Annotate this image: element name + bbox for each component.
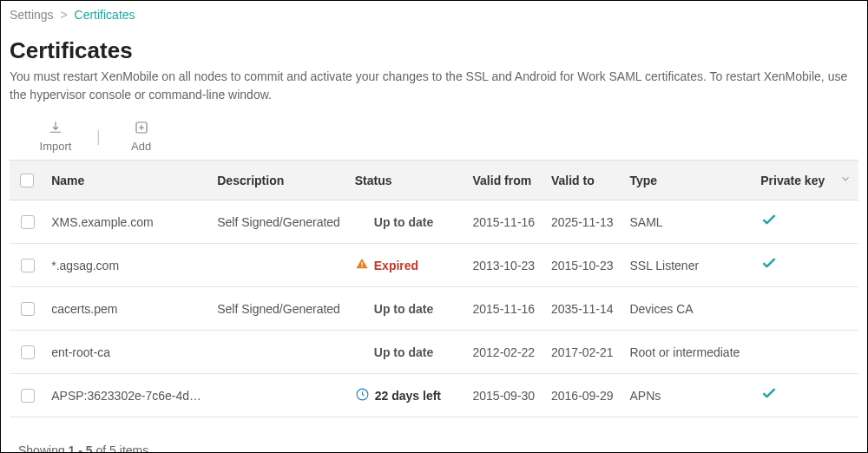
cell-type: Root or intermediate xyxy=(622,331,753,374)
select-all-checkbox[interactable] xyxy=(20,174,34,187)
row-checkbox[interactable] xyxy=(21,215,35,229)
status-text: Up to date xyxy=(374,215,433,229)
cell-status: Up to date xyxy=(348,287,466,331)
table-row[interactable]: ent-root-caUp to date2012-02-222017-02-2… xyxy=(10,331,858,374)
header-status[interactable]: Status xyxy=(348,161,466,200)
cell-name: *.agsag.com xyxy=(44,244,210,287)
cell-type: Devices CA xyxy=(622,287,753,331)
cell-valid-to: 2035-11-14 xyxy=(544,287,622,331)
page-subtitle: You must restart XenMobile on all nodes … xyxy=(10,68,858,104)
svg-rect-1 xyxy=(361,262,362,265)
page-title: Certificates xyxy=(10,37,858,64)
cell-valid-to: 2016-09-29 xyxy=(544,374,622,417)
row-checkbox[interactable] xyxy=(21,259,35,272)
cell-description xyxy=(210,244,348,287)
checkmark-icon xyxy=(760,214,778,232)
clock-icon xyxy=(355,387,370,404)
cell-private-key xyxy=(753,374,832,417)
breadcrumb-separator: > xyxy=(60,8,67,22)
import-label: Import xyxy=(40,140,72,153)
cell-status: Up to date xyxy=(348,331,466,374)
breadcrumb: Settings > Certificates xyxy=(10,8,858,22)
add-label: Add xyxy=(131,140,151,153)
header-valid-to[interactable]: Valid to xyxy=(544,161,622,200)
cell-status: 22 days left xyxy=(348,374,466,417)
table-row[interactable]: cacerts.pemSelf Signed/GeneratedUp to da… xyxy=(10,287,858,331)
cell-status: Expired xyxy=(348,244,466,287)
toolbar: Import | Add xyxy=(10,120,858,153)
add-button[interactable]: Add xyxy=(120,120,163,153)
pager-of: of xyxy=(93,443,109,453)
cell-private-key xyxy=(753,287,832,331)
row-checkbox[interactable] xyxy=(21,389,35,403)
svg-rect-2 xyxy=(361,266,362,266)
header-name[interactable]: Name xyxy=(44,161,210,200)
cell-valid-from: 2015-11-16 xyxy=(466,287,544,331)
table-header-row: Name Description Status Valid from Valid… xyxy=(10,161,858,200)
cell-valid-to: 2017-02-21 xyxy=(544,331,622,374)
cell-status: Up to date xyxy=(348,200,466,244)
chevron-down-icon xyxy=(839,174,852,187)
row-checkbox[interactable] xyxy=(21,302,35,316)
cell-description xyxy=(210,331,348,374)
cell-private-key xyxy=(753,200,832,244)
pager-range: 1 - 5 xyxy=(69,443,93,453)
status-text: Up to date xyxy=(374,302,433,316)
cell-more xyxy=(832,331,858,374)
cell-type: SAML xyxy=(622,200,753,244)
table-row[interactable]: *.agsag.comExpired2013-10-232015-10-23SS… xyxy=(10,244,858,287)
import-button[interactable]: Import xyxy=(34,120,77,153)
cell-private-key xyxy=(753,244,832,287)
cell-valid-from: 2015-09-30 xyxy=(466,374,544,417)
cell-more xyxy=(832,287,858,331)
warning-icon xyxy=(355,257,369,273)
breadcrumb-parent[interactable]: Settings xyxy=(10,8,54,22)
pager: Showing 1 - 5 of 5 items xyxy=(10,443,858,453)
header-private-key[interactable]: Private key xyxy=(753,161,832,200)
cell-valid-from: 2012-02-22 xyxy=(466,331,544,374)
pager-showing-prefix: Showing xyxy=(18,443,69,453)
cell-more xyxy=(832,200,858,244)
cell-name: APSP:3623302e-7c6e-4df8-aa96 xyxy=(44,374,210,417)
status-text: Expired xyxy=(374,259,418,272)
pager-items-suffix: items xyxy=(116,443,148,453)
cell-description xyxy=(210,374,348,417)
header-description[interactable]: Description xyxy=(210,161,348,200)
cell-more xyxy=(832,374,858,417)
add-icon xyxy=(134,120,149,138)
breadcrumb-current: Certificates xyxy=(75,8,135,22)
header-more[interactable] xyxy=(832,161,858,200)
checkmark-icon xyxy=(760,258,778,275)
cell-valid-from: 2015-11-16 xyxy=(466,200,544,244)
row-checkbox[interactable] xyxy=(21,345,35,359)
header-type[interactable]: Type xyxy=(622,161,753,200)
cell-type: APNs xyxy=(622,374,753,417)
cell-valid-from: 2013-10-23 xyxy=(466,244,544,287)
cell-valid-to: 2025-11-13 xyxy=(544,200,622,244)
certificates-table: Name Description Status Valid from Valid… xyxy=(10,160,858,417)
cell-private-key xyxy=(753,331,832,374)
table-row[interactable]: XMS.example.comSelf Signed/GeneratedUp t… xyxy=(10,200,858,244)
cell-description: Self Signed/Generated xyxy=(210,200,348,244)
import-icon xyxy=(48,120,63,138)
pager-total: 5 xyxy=(109,443,116,453)
cell-name: XMS.example.com xyxy=(44,200,210,244)
toolbar-separator: | xyxy=(96,128,101,144)
cell-type: SSL Listener xyxy=(622,244,753,287)
checkmark-icon xyxy=(760,388,778,405)
cell-name: ent-root-ca xyxy=(44,331,210,374)
cell-name: cacerts.pem xyxy=(44,287,210,331)
cell-more xyxy=(832,244,858,287)
cell-valid-to: 2015-10-23 xyxy=(544,244,622,287)
header-valid-from[interactable]: Valid from xyxy=(466,161,544,200)
cell-description: Self Signed/Generated xyxy=(210,287,348,331)
table-row[interactable]: APSP:3623302e-7c6e-4df8-aa9622 days left… xyxy=(10,374,858,417)
status-text: 22 days left xyxy=(375,389,441,403)
status-text: Up to date xyxy=(374,345,433,359)
